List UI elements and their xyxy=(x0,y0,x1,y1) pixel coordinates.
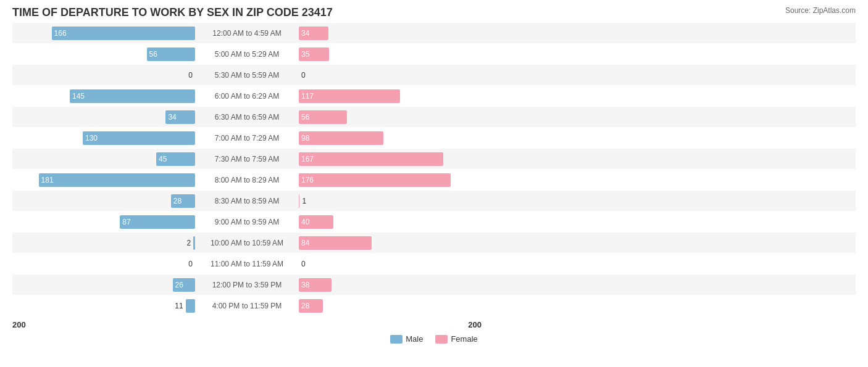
left-bar-wrap: 56 xyxy=(12,47,195,61)
female-value-label: 0 xyxy=(299,71,314,80)
female-value-inside: 117 xyxy=(299,92,316,101)
time-label: 10:00 AM to 10:59 AM xyxy=(198,239,296,247)
female-bar: 35 xyxy=(299,47,329,61)
female-value-inside: 176 xyxy=(299,176,316,184)
time-label: 8:30 AM to 8:59 AM xyxy=(198,197,296,205)
right-section: 34 xyxy=(296,27,482,40)
female-value-inside: 28 xyxy=(299,302,312,310)
male-value-inside: 56 xyxy=(147,50,160,59)
left-section: 34 xyxy=(12,110,198,124)
legend-female-box xyxy=(435,335,448,344)
left-bar-wrap: 45 xyxy=(12,152,195,166)
right-section: 98 xyxy=(296,131,482,145)
left-bar-wrap: 11 xyxy=(12,299,195,313)
female-value-inside: 40 xyxy=(299,218,312,226)
bar-row: 16612:00 AM to 4:59 AM 34 xyxy=(12,23,856,43)
female-bar: 40 xyxy=(299,215,333,229)
male-bar: 26 xyxy=(173,278,195,292)
time-label: 9:00 AM to 9:59 AM xyxy=(198,218,296,226)
left-section: 181 xyxy=(12,173,198,187)
female-value-label: 1 xyxy=(299,197,315,205)
axis-left-label: 200 xyxy=(12,320,26,329)
female-bar: 176 xyxy=(299,173,451,187)
axis-left: 200 xyxy=(12,320,198,329)
right-section: 117 xyxy=(296,89,482,103)
left-bar-wrap: 166 xyxy=(12,27,195,40)
left-bar-wrap: 181 xyxy=(12,173,195,187)
male-bar: 45 xyxy=(156,152,195,166)
male-value-inside: 145 xyxy=(70,92,87,101)
time-label: 5:30 AM to 5:59 AM xyxy=(198,71,296,80)
legend-male-label: Male xyxy=(406,334,423,344)
male-value-inside: 45 xyxy=(156,155,169,163)
bar-row: 2612:00 PM to 3:59 PM 38 xyxy=(12,274,856,295)
female-bar: 117 xyxy=(299,89,400,103)
male-value-inside: 28 xyxy=(171,197,184,205)
female-value-inside: 84 xyxy=(299,239,312,247)
male-bar: 87 xyxy=(120,215,195,229)
time-label: 6:00 AM to 6:29 AM xyxy=(198,92,296,101)
right-section: 0 xyxy=(296,68,482,82)
left-section: 2 xyxy=(12,236,198,250)
male-value-label: 0 xyxy=(180,71,195,80)
right-section: 38 xyxy=(296,278,482,292)
time-label: 8:00 AM to 8:29 AM xyxy=(198,176,296,184)
legend-male-box xyxy=(390,335,403,344)
time-label: 6:30 AM to 6:59 AM xyxy=(198,113,296,122)
female-bar: 56 xyxy=(299,110,347,124)
legend-female-label: Female xyxy=(451,334,477,344)
right-section: 28 xyxy=(296,299,482,313)
bar-row: 011:00 AM to 11:59 AM 0 xyxy=(12,254,856,274)
right-section: 1 xyxy=(296,194,482,208)
bar-row: 05:30 AM to 5:59 AM 0 xyxy=(12,65,856,85)
chart-title: TIME OF DEPARTURE TO WORK BY SEX IN ZIP … xyxy=(12,6,856,19)
left-section: 166 xyxy=(12,27,198,40)
left-bar-wrap: 145 xyxy=(12,89,195,103)
left-bar-wrap: 28 xyxy=(12,194,195,208)
left-section: 56 xyxy=(12,47,198,61)
male-bar: 34 xyxy=(165,110,195,124)
female-bar: 28 xyxy=(299,299,323,313)
male-value-inside: 166 xyxy=(52,29,69,38)
male-bar xyxy=(193,236,195,250)
legend-female: Female xyxy=(435,334,477,344)
time-label: 11:00 AM to 11:59 AM xyxy=(198,260,296,268)
female-value-inside: 56 xyxy=(299,113,312,122)
left-section: 87 xyxy=(12,215,198,229)
male-value-inside: 181 xyxy=(39,176,56,184)
left-bar-wrap: 34 xyxy=(12,110,195,124)
left-section: 145 xyxy=(12,89,198,103)
bar-row: 114:00 PM to 11:59 PM 28 xyxy=(12,295,856,316)
time-label: 7:30 AM to 7:59 AM xyxy=(198,155,296,163)
female-value-inside: 38 xyxy=(299,281,312,289)
female-value-inside: 98 xyxy=(299,134,312,142)
right-section: 84 xyxy=(296,236,482,250)
bar-row: 1456:00 AM to 6:29 AM 117 xyxy=(12,86,856,106)
female-bar: 98 xyxy=(299,131,383,145)
male-value-label: 0 xyxy=(180,260,195,268)
right-section: 176 xyxy=(296,173,482,187)
female-bar: 84 xyxy=(299,236,372,250)
female-value-inside: 167 xyxy=(299,155,316,163)
time-label: 7:00 AM to 7:29 AM xyxy=(198,134,296,142)
female-value-inside: 35 xyxy=(299,50,312,59)
legend-male: Male xyxy=(390,334,423,344)
bar-row: 346:30 AM to 6:59 AM 56 xyxy=(12,107,856,127)
right-section: 0 xyxy=(296,257,482,271)
left-section: 130 xyxy=(12,131,198,145)
male-value-inside: 87 xyxy=(120,218,133,226)
female-value-label: 0 xyxy=(299,260,314,268)
source-text: Source: ZipAtlas.com xyxy=(785,6,856,15)
left-bar-wrap: 0 xyxy=(12,68,195,82)
male-value-inside: 34 xyxy=(165,113,178,122)
right-section: 167 xyxy=(296,152,482,166)
male-bar: 130 xyxy=(83,131,195,145)
male-bar xyxy=(186,299,195,313)
left-section: 26 xyxy=(12,278,198,292)
left-bar-wrap: 130 xyxy=(12,131,195,145)
male-value-inside: 26 xyxy=(173,281,186,289)
time-label: 5:00 AM to 5:29 AM xyxy=(198,50,296,59)
right-section: 56 xyxy=(296,110,482,124)
male-bar: 181 xyxy=(39,173,195,187)
female-bar: 34 xyxy=(299,27,328,40)
